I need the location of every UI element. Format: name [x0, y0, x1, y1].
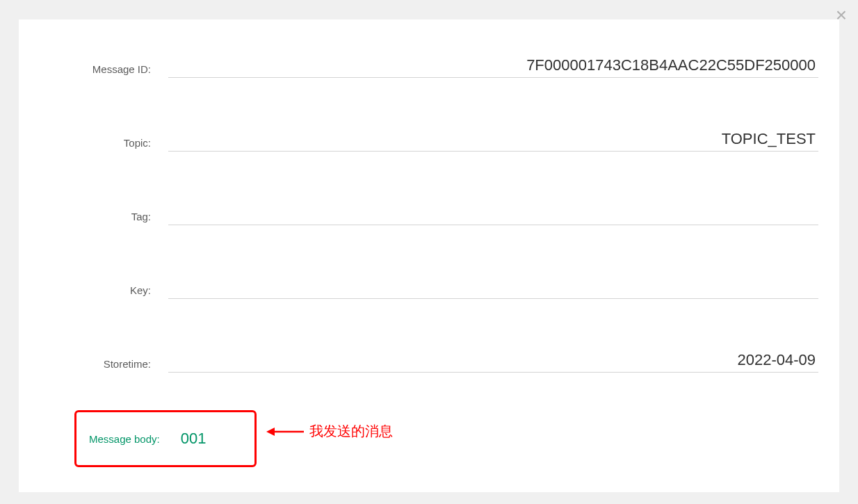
arrow-left-icon: [266, 425, 304, 439]
message-body-value: 001: [181, 430, 207, 448]
key-row: Key:: [19, 275, 839, 299]
topic-field: TOPIC_TEST: [168, 128, 818, 152]
message-body-label: Message body:: [89, 433, 160, 445]
key-field: [168, 275, 818, 299]
storetime-row: Storetime: 2022-04-09: [19, 349, 839, 373]
topic-value: TOPIC_TEST: [168, 130, 818, 148]
message-detail-modal: Message ID: 7F000001743C18B4AAC22C55DF25…: [19, 19, 839, 492]
tag-field: [168, 202, 818, 225]
svg-marker-1: [266, 428, 275, 436]
tag-label: Tag:: [19, 211, 168, 225]
tag-row: Tag:: [19, 202, 839, 225]
topic-label: Topic:: [19, 137, 168, 152]
storetime-field: 2022-04-09: [168, 349, 818, 373]
key-label: Key:: [19, 284, 168, 299]
message-id-field: 7F000001743C18B4AAC22C55DF250000: [168, 54, 818, 78]
message-id-row: Message ID: 7F000001743C18B4AAC22C55DF25…: [19, 54, 839, 78]
topic-row: Topic: TOPIC_TEST: [19, 128, 839, 152]
storetime-label: Storetime:: [19, 358, 168, 373]
annotation-arrow-container: 我发送的消息: [266, 422, 393, 441]
message-id-value: 7F000001743C18B4AAC22C55DF250000: [168, 56, 818, 74]
message-id-label: Message ID:: [19, 63, 168, 78]
storetime-value: 2022-04-09: [168, 351, 818, 369]
annotation-text: 我发送的消息: [309, 422, 393, 441]
message-body-highlight: Message body: 001: [74, 410, 257, 467]
